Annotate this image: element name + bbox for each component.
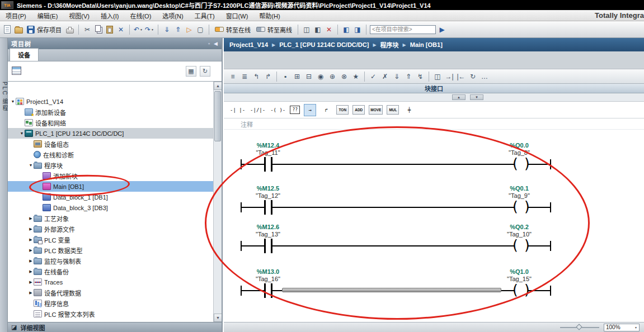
coil-tag[interactable]: "Tag_10": [488, 231, 550, 238]
favorites-toggle-icon[interactable]: ★: [350, 71, 361, 82]
menu-view[interactable]: 视图(V): [63, 10, 95, 21]
interface-collapse-up-icon[interactable]: ▲: [452, 94, 466, 100]
ladder-rung-2[interactable]: ( ) %M12.5 "Tag_12" %Q0.1 "Tag_9": [224, 184, 644, 221]
power-monitor-icon[interactable]: ↯: [415, 71, 426, 82]
go-offline-button[interactable]: 转至离线: [254, 24, 294, 35]
zoom-slider-thumb[interactable]: [576, 324, 582, 330]
download-to-device-icon[interactable]: ⇓: [162, 25, 172, 35]
contact-address[interactable]: %M12.6: [237, 224, 299, 230]
tree-item-program-info[interactable]: 程序信息: [8, 298, 213, 309]
expander-icon[interactable]: ▼: [19, 131, 25, 135]
open-branch-icon[interactable]: ↰: [251, 71, 262, 82]
fav-move-icon[interactable]: MOVE: [369, 105, 383, 115]
tree-item-online-diagnostics[interactable]: 在线和诊断: [8, 149, 213, 160]
tree-item-plc-data-types[interactable]: ▶ PLC 数据类型: [8, 245, 213, 255]
insert-operand-icon[interactable]: ▪: [280, 71, 291, 82]
collapse-networks-icon[interactable]: ⊟: [303, 71, 314, 82]
split-editor-horizontal-icon[interactable]: ◨: [352, 25, 363, 35]
coil-icon[interactable]: ): [524, 198, 530, 216]
close-online-icon[interactable]: ✕: [324, 25, 334, 35]
expander-icon[interactable]: ▼: [10, 99, 16, 103]
detail-view-bar[interactable]: ◪ 详细视图: [8, 322, 222, 332]
tree-item-plc-alarm-text-lists[interactable]: PLC 报警文本列表: [8, 309, 213, 319]
tree-refresh-icon[interactable]: ↻: [200, 66, 210, 77]
menu-insert[interactable]: 插入(I): [95, 10, 124, 21]
contact-tag[interactable]: "Tag_16": [237, 276, 299, 282]
device-view-icon[interactable]: [12, 67, 21, 75]
tree-item-project1-v14[interactable]: ▼ Project1_V14: [8, 96, 213, 107]
block-interface-bar[interactable]: 块接口: [224, 84, 644, 93]
network-comment[interactable]: 注释: [224, 118, 644, 130]
tree-item-devices-networks[interactable]: 设备和网络: [8, 117, 213, 128]
coil-address[interactable]: %Q1.0: [488, 268, 550, 275]
coil-icon[interactable]: ): [524, 236, 530, 254]
monitor-on-off-icon[interactable]: ◫: [432, 71, 443, 82]
next-error-icon[interactable]: →|: [444, 71, 455, 82]
tree-item-device-configuration[interactable]: 设备组态: [8, 139, 213, 149]
tree-item-add-new-block[interactable]: 添加新块: [8, 170, 213, 181]
tree-item-external-sources[interactable]: ▶ 外部源文件: [8, 224, 213, 234]
previous-error-icon[interactable]: |←: [455, 71, 467, 82]
coil-tag[interactable]: "Tag_8": [488, 149, 550, 156]
contact-icon[interactable]: [264, 157, 266, 172]
expander-icon[interactable]: ▶: [28, 291, 34, 295]
contact-address[interactable]: %M13.0: [237, 268, 299, 275]
more-options-icon[interactable]: …: [479, 71, 490, 82]
panel-collapse-icon[interactable]: ◀: [214, 41, 218, 46]
expander-icon[interactable]: ▶: [28, 269, 34, 274]
selected-wire-segment[interactable]: [282, 288, 501, 292]
stop-cpu-icon[interactable]: ▢: [195, 25, 205, 35]
menu-online[interactable]: 在线(O): [124, 10, 157, 21]
undo-icon[interactable]: ↶▼: [133, 25, 143, 35]
ladder-rung-1[interactable]: ( ) %M12.4 "Tag_11" %Q0.0 "Tag_8": [224, 141, 644, 178]
contact-icon[interactable]: [264, 283, 266, 298]
tree-columns-icon[interactable]: ▦: [186, 66, 196, 77]
go-online-button[interactable]: 转至在线: [213, 24, 253, 35]
insert-network-icon[interactable]: ≡: [227, 71, 238, 82]
redo-icon[interactable]: ↷▼: [144, 25, 154, 35]
scrollbar-thumb[interactable]: [214, 91, 221, 141]
coil-address[interactable]: %Q0.1: [488, 185, 550, 192]
menu-options[interactable]: 选项(N): [157, 10, 189, 21]
ladder-canvas[interactable]: 注释 ( ) %M12.4 "Tag_11" %Q0.0 "Tag_8": [224, 118, 644, 322]
coil-icon[interactable]: (: [513, 281, 518, 299]
tree-scrollbar[interactable]: ▲ ▼: [213, 82, 222, 322]
tree-item-add-new-device[interactable]: 添加新设备: [8, 107, 213, 117]
panel-window-icon[interactable]: ▫: [208, 41, 210, 46]
block-interface-splitter[interactable]: ▲ ▼: [224, 93, 644, 102]
zoom-select[interactable]: 100% ▼: [604, 324, 640, 331]
upload-block-icon[interactable]: ⇑: [403, 71, 414, 82]
contact-icon[interactable]: [271, 157, 272, 172]
close-branch-icon[interactable]: ↱: [262, 71, 274, 82]
expander-icon[interactable]: ▼: [28, 163, 34, 167]
fav-negated-contact-icon[interactable]: -|/|-: [250, 104, 266, 116]
tree-item-data-block-3[interactable]: Data_block_3 [DB3]: [8, 202, 213, 213]
fav-crossing-icon[interactable]: ╪: [403, 104, 415, 116]
coil-icon[interactable]: (: [513, 236, 518, 254]
coil-icon[interactable]: ): [524, 281, 530, 299]
expander-icon[interactable]: ▶: [28, 259, 34, 263]
expander-icon[interactable]: ▶: [28, 280, 34, 284]
coil-address[interactable]: %Q0.2: [488, 224, 550, 230]
tab-devices[interactable]: 设备: [10, 48, 39, 61]
coil-icon[interactable]: (: [513, 155, 518, 173]
tree-item-program-blocks[interactable]: ▼ 程序块: [8, 160, 213, 170]
breadcrumb-main-ob1[interactable]: Main [OB1]: [410, 41, 443, 48]
tree-item-main-ob1[interactable]: Main [OB1]: [8, 181, 213, 192]
cut-icon[interactable]: ✂: [82, 25, 92, 35]
menu-project[interactable]: 项目(P): [0, 10, 32, 21]
split-editor-vertical-icon[interactable]: ◧: [341, 25, 351, 35]
tree-item-traces[interactable]: ▶ Traces: [8, 277, 213, 287]
delete-comment-icon[interactable]: ⊗: [339, 71, 350, 82]
menu-window[interactable]: 窗口(W): [220, 10, 254, 21]
breadcrumb-program-blocks[interactable]: 程序块: [380, 40, 399, 49]
tree-item-watch-force-tables[interactable]: ▶ 监控与强制表: [8, 255, 213, 266]
print-icon[interactable]: [65, 25, 75, 35]
coil-icon[interactable]: ): [524, 155, 530, 173]
paste-icon[interactable]: [105, 25, 115, 35]
delete-icon[interactable]: ✕: [116, 25, 126, 35]
consistency-error-icon[interactable]: ✗: [379, 71, 391, 82]
fav-empty-box-icon[interactable]: ??: [290, 106, 300, 114]
menu-edit[interactable]: 编辑(E): [32, 10, 64, 21]
insert-comment-icon[interactable]: ⊕: [327, 71, 338, 82]
